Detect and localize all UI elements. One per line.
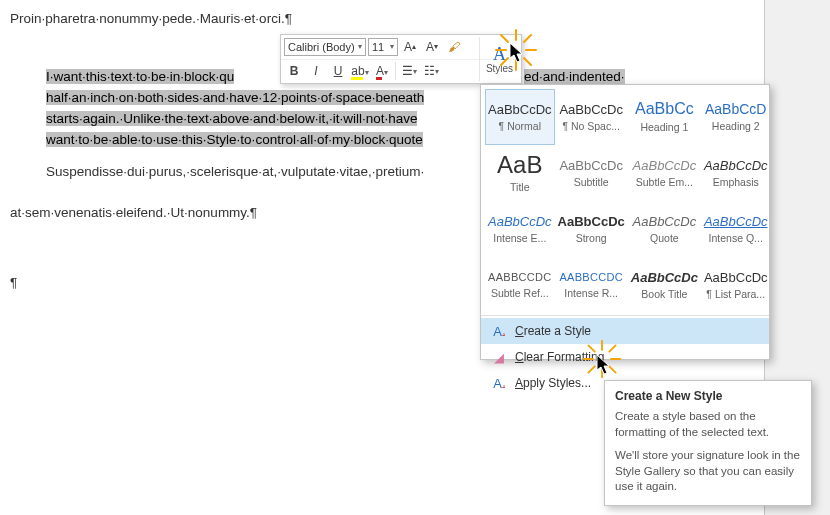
style-gallery-item[interactable]: AaBbCcDcBook Title [628, 257, 701, 313]
body-text-line: Suspendisse·dui·purus,·scelerisque·at,·v… [46, 162, 424, 183]
style-preview: AaBbCcDc [633, 159, 697, 172]
font-name-value: Calibri (Body) [288, 41, 355, 53]
style-label: Subtle Em... [636, 176, 693, 188]
style-label: Heading 1 [640, 121, 688, 133]
style-preview: AaB [497, 153, 542, 177]
style-preview: AaBbCcD [705, 102, 766, 116]
style-label: Heading 2 [712, 120, 760, 132]
menu-label: Clear Formatting [515, 350, 604, 364]
body-text-selected-line: starts·again.·Unlike·the·text·above·and·… [46, 109, 417, 130]
style-preview: AABBCCDC [559, 272, 623, 283]
body-text-selected-line: half·an·inch·on·both·sides·and·have·12·p… [46, 88, 424, 109]
chevron-down-icon: ▾ [358, 42, 362, 51]
style-preview: AaBbCcDc [633, 215, 697, 228]
bullets-button[interactable]: ☰▾ [399, 61, 419, 81]
separator [395, 62, 396, 80]
selected-text: half·an·inch·on·both·sides·and·have·12·p… [46, 90, 424, 105]
styles-gallery-dropdown: AaBbCcDc¶ NormalAaBbCcDc¶ No Spac...AaBb… [480, 84, 770, 360]
style-label: ¶ No Spac... [562, 120, 620, 132]
style-gallery-item[interactable]: AABBCCDCIntense R... [555, 257, 628, 313]
tooltip-text: Create a style based on the formatting o… [615, 409, 801, 440]
italic-button[interactable]: I [306, 61, 326, 81]
style-preview: AaBbCcDc [558, 215, 625, 228]
body-text-selected-line: I·want·this·text·to·be·in·block·qu [46, 67, 234, 88]
style-label: Subtle Ref... [491, 287, 549, 299]
bold-button[interactable]: B [284, 61, 304, 81]
style-preview: AaBbCcDc [488, 215, 552, 228]
style-label: Intense Q... [709, 232, 763, 244]
style-gallery-item[interactable]: AaBbCcDHeading 2 [701, 89, 771, 145]
clear-formatting-menu-item[interactable]: ◢ Clear Formatting [481, 344, 769, 370]
style-preview: AaBbCcDc [704, 159, 768, 172]
style-gallery-item[interactable]: AaBTitle [485, 145, 555, 201]
mini-toolbar: Calibri (Body) ▾ 11 ▾ A▴ A▾ 🖌 B I U ab▾ … [280, 34, 522, 84]
style-preview: AaBbCcDc [631, 271, 698, 284]
style-label: Intense E... [493, 232, 546, 244]
format-painter-button[interactable]: 🖌 [444, 37, 464, 57]
style-label: Quote [650, 232, 679, 244]
style-gallery-item[interactable]: AaBbCcDcEmphasis [701, 145, 771, 201]
tooltip-text: We'll store your signature look in the S… [615, 448, 801, 495]
menu-label: Apply Styles... [515, 376, 591, 390]
tooltip-title: Create a New Style [615, 389, 801, 403]
menu-label: Create a Style [515, 324, 591, 338]
selected-text: starts·again.·Unlike·the·text·above·and·… [46, 111, 417, 126]
style-label: Subtitle [574, 176, 609, 188]
font-size-value: 11 [372, 41, 384, 53]
create-style-menu-item[interactable]: A₄ Create a Style [481, 318, 769, 344]
selected-text: want·to·be·able·to·use·this·Style·to·con… [46, 132, 423, 147]
style-preview: AABBCCDC [488, 272, 552, 283]
style-gallery-item[interactable]: AaBbCcDcSubtle Em... [628, 145, 701, 201]
font-name-combo[interactable]: Calibri (Body) ▾ [284, 38, 366, 56]
styles-button[interactable]: A Styles [479, 37, 519, 81]
style-preview: AaBbCcDc [488, 103, 552, 116]
tooltip: Create a New Style Create a style based … [604, 380, 812, 506]
eraser-icon: ◢ [491, 350, 507, 365]
style-gallery-item[interactable]: AaBbCcDcSubtitle [555, 145, 628, 201]
style-preview: AaBbCcDc [559, 159, 623, 172]
body-text-line: Proin·pharetra·nonummy·pede.·Mauris·et·o… [10, 9, 292, 30]
style-gallery-item[interactable]: AaBbCcDcIntense Q... [701, 201, 771, 257]
styles-icon: A [493, 45, 506, 63]
selected-text: ed·and·indented· [524, 69, 625, 84]
shrink-font-button[interactable]: A▾ [422, 37, 442, 57]
style-label: Book Title [641, 288, 687, 300]
highlight-button[interactable]: ab▾ [350, 61, 370, 81]
style-label: Intense R... [564, 287, 618, 299]
styles-label: Styles [486, 63, 513, 74]
style-preview: AaBbCcDc [704, 215, 768, 228]
chevron-down-icon: ▾ [390, 42, 394, 51]
style-preview: AaBbCcDc [559, 103, 623, 116]
style-label: Strong [576, 232, 607, 244]
style-label: ¶ List Para... [706, 288, 765, 300]
style-label: Emphasis [713, 176, 759, 188]
style-gallery-item[interactable]: AaBbCcDcIntense E... [485, 201, 555, 257]
style-gallery-item[interactable]: AaBbCcDc¶ No Spac... [555, 89, 628, 145]
style-gallery-item[interactable]: AaBbCcDcStrong [555, 201, 628, 257]
selected-text: I·want·this·text·to·be·in·block·qu [46, 69, 234, 84]
underline-button[interactable]: U [328, 61, 348, 81]
numbering-button[interactable]: ☷▾ [421, 61, 441, 81]
style-label: ¶ Normal [499, 120, 541, 132]
style-label: Title [510, 181, 529, 193]
create-style-icon: A₄ [491, 324, 507, 339]
style-preview: AaBbCcDc [704, 271, 768, 284]
font-color-button[interactable]: A▾ [372, 61, 392, 81]
style-preview: AaBbCc [635, 101, 694, 117]
font-size-combo[interactable]: 11 ▾ [368, 38, 398, 56]
style-gallery-item[interactable]: AaBbCcDc¶ List Para... [701, 257, 771, 313]
style-gallery-item[interactable]: AaBbCcDcQuote [628, 201, 701, 257]
body-text-selected-line: want·to·be·able·to·use·this·Style·to·con… [46, 130, 423, 151]
pilcrow: ¶ [10, 273, 17, 294]
body-text-line: at·sem·venenatis·eleifend.·Ut·nonummy.¶ [10, 203, 257, 224]
style-gallery-item[interactable]: AaBbCcHeading 1 [628, 89, 701, 145]
styles-gallery-grid: AaBbCcDc¶ NormalAaBbCcDc¶ No Spac...AaBb… [481, 85, 769, 315]
style-gallery-item[interactable]: AaBbCcDc¶ Normal [485, 89, 555, 145]
grow-font-button[interactable]: A▴ [400, 37, 420, 57]
style-gallery-item[interactable]: AABBCCDCSubtle Ref... [485, 257, 555, 313]
apply-styles-icon: A₄ [491, 376, 507, 391]
